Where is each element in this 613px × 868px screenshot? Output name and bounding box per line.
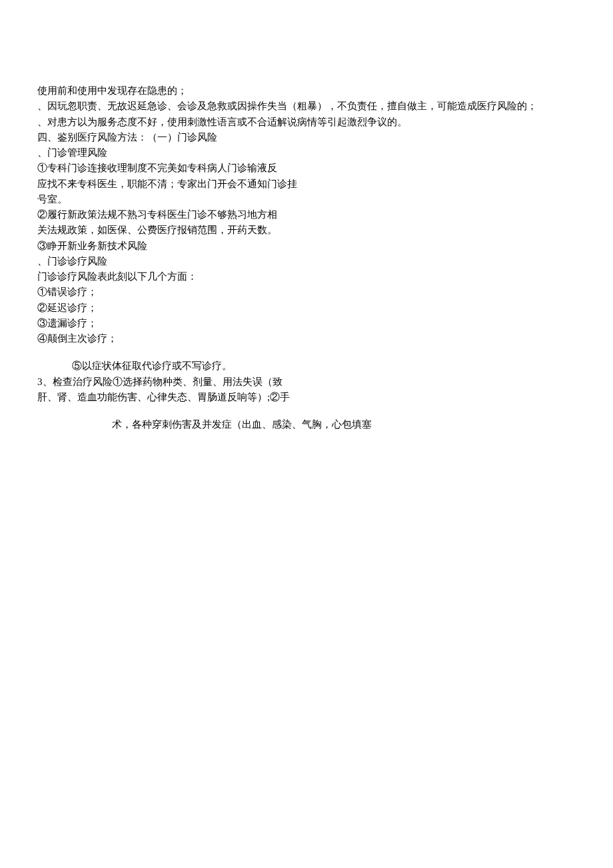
text-line: 门诊诊疗风险表此刻以下几个方面：: [37, 269, 576, 284]
text-line: 、门诊管理风险: [37, 145, 576, 161]
text-line: 四、鉴别医疗风险方法：（一）门诊风险: [37, 130, 576, 145]
text-line: ①错误诊疗；: [37, 284, 576, 300]
text-line: 术，各种穿刺伤害及并发症（出血、感染、气胸，心包填塞: [37, 417, 576, 432]
text-line: 、对患方以为服务态度不好，使用刺激性语言或不合适解说病情等引起激烈争议的。: [37, 115, 576, 130]
text-line: 关法规政策，如医保、公费医疗报销范围，开药天数。: [37, 222, 576, 238]
text-line: 肝、肾、造血功能伤害、心律失态、胃肠道反响等）;②手: [37, 390, 576, 405]
blank-line: [37, 346, 576, 358]
text-line: 号室。: [37, 192, 576, 207]
text-line: ①专科门诊连接收理制度不完美如专科病人门诊输液反: [37, 161, 576, 176]
text-line: ⑤以症状体征取代诊疗或不写诊疗。: [37, 358, 576, 374]
text-line: 使用前和使用中发现存在隐患的；: [37, 83, 576, 99]
text-line: 、门诊诊疗风险: [37, 254, 576, 269]
text-line: ②延迟诊疗；: [37, 300, 576, 316]
text-line: ②履行新政策法规不熟习专科医生门诊不够熟习地方相: [37, 207, 576, 222]
text-line: 3、检查治疗风险①选择药物种类、剂量、用法失误（致: [37, 374, 576, 390]
text-line: ④颠倒主次诊疗；: [37, 331, 576, 346]
blank-line: [37, 405, 576, 417]
text-line: ③遗漏诊疗；: [37, 316, 576, 331]
text-line: 、因玩忽职责、无故迟延急诊、会诊及急救或因操作失当（粗暴），不负责任，擅自做主，…: [37, 99, 576, 114]
text-line: 应找不来专科医生，职能不清；专家出门开会不通知门诊挂: [37, 177, 576, 192]
text-line: ③睁开新业务新技术风险: [37, 238, 576, 254]
